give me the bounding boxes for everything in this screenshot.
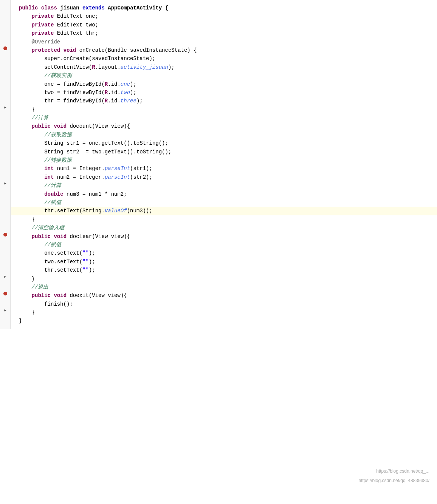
code-line: private EditText thr; [11, 29, 437, 37]
code-line: } [11, 275, 437, 283]
code-line: two.setText(""); [11, 258, 437, 266]
code-line: String str2 = two.getText().toString(); [11, 148, 437, 156]
code-line: thr = findViewById(R.id.three); [11, 97, 437, 105]
code-line: int num2 = Integer.parseInt(str2); [11, 173, 437, 181]
code-line: private EditText two; [11, 21, 437, 29]
arrow-icon [3, 308, 8, 313]
code-line: thr.setText(""); [11, 266, 437, 274]
code-line: one = findViewById(R.id.one); [11, 80, 437, 88]
code-line: } [11, 308, 437, 317]
code-line: //计算 [11, 181, 437, 190]
breakpoint-icon [3, 46, 8, 51]
code-line: public class jisuan extends AppCompatAct… [11, 4, 437, 12]
code-line: } [11, 105, 437, 114]
code-line: protected void onCreate(Bundle savedInst… [11, 46, 437, 54]
code-line: //转换数据 [11, 156, 437, 164]
code-line: private EditText one; [11, 12, 437, 20]
code-line: finish(); [11, 300, 437, 308]
breakpoint-icon [3, 232, 8, 237]
code-line: //获取数据 [11, 131, 437, 139]
code-line-highlighted: thr.setText(String.valueOf(num3)); [11, 207, 437, 215]
code-container: public class jisuan extends AppCompatAct… [0, 0, 437, 329]
code-line: one.setText(""); [11, 249, 437, 257]
code-line: int num1 = Integer.parseInt(str1); [11, 164, 437, 173]
code-line: } [11, 317, 437, 325]
arrow-icon [3, 275, 8, 279]
code-line: //清空输入框 [11, 224, 437, 232]
code-line: two = findViewById(R.id.two); [11, 88, 437, 97]
code-line: String str1 = one.getText().toString(); [11, 139, 437, 147]
code-line: //计算 [11, 114, 437, 122]
code-line: @Override [11, 38, 437, 46]
breakpoint-icon [3, 291, 8, 296]
arrow-icon [3, 105, 8, 110]
code-line: double num3 = num1 * num2; [11, 190, 437, 198]
code-line: } [11, 215, 437, 224]
code-line: public void doclear(View view){ [11, 232, 437, 241]
code-line: setContentView(R.layout.activity_jisuan)… [11, 63, 437, 71]
code-line: public void docount(View view){ [11, 122, 437, 130]
code-line: //赋值 [11, 241, 437, 249]
watermark2: https://blog.csdn.net/qq_48839380/ [359, 478, 429, 483]
code-line: //获取实例 [11, 71, 437, 80]
code-line: //赋值 [11, 198, 437, 207]
arrow-icon [3, 181, 8, 186]
gutter [0, 0, 11, 329]
code-line: public void doexit(View view){ [11, 291, 437, 300]
code-line: super.onCreate(savedInstanceState); [11, 54, 437, 63]
code-line: //退出 [11, 283, 437, 291]
watermark1: https://blog.csdn.net/qq_... [376, 468, 429, 474]
